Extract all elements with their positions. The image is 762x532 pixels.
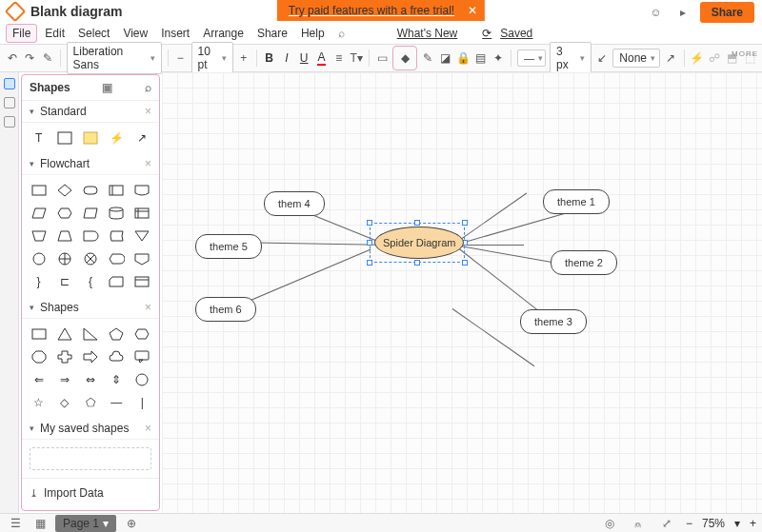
- fill-color-button[interactable]: ◆: [392, 46, 417, 70]
- fc-intern[interactable]: [131, 204, 153, 223]
- sh-circ[interactable]: [131, 370, 153, 389]
- section-flowchart[interactable]: Flowchart×: [22, 153, 159, 175]
- sh-line2[interactable]: |: [131, 393, 153, 412]
- fc-data[interactable]: [28, 204, 50, 223]
- arrow-left-icon[interactable]: ↙: [595, 48, 609, 69]
- node-theme2[interactable]: theme 2: [551, 250, 617, 275]
- menu-edit[interactable]: Edit: [39, 25, 70, 42]
- sh-arrlr[interactable]: ⇔: [79, 370, 101, 389]
- fc-or[interactable]: [53, 249, 75, 268]
- rail-3-icon[interactable]: [4, 116, 15, 128]
- image-icon[interactable]: ▣: [102, 81, 112, 94]
- stroke-width-select[interactable]: 3 px: [550, 42, 592, 74]
- menu-help[interactable]: Help: [295, 25, 331, 42]
- sh-star[interactable]: ☆: [28, 393, 50, 412]
- sh-arrr2[interactable]: ⇒: [53, 370, 75, 389]
- node-theme1[interactable]: theme 1: [543, 189, 610, 214]
- close-icon[interactable]: ×: [145, 301, 151, 314]
- menu-select[interactable]: Select: [72, 25, 115, 42]
- fc-stored[interactable]: [106, 227, 128, 246]
- zoom-dropdown-icon[interactable]: ▾: [734, 517, 740, 530]
- italic-icon[interactable]: I: [280, 48, 293, 69]
- canvas[interactable]: them 4 theme 1 theme 5 theme 2 them 6 th…: [162, 72, 762, 513]
- fc-predef[interactable]: [106, 181, 128, 200]
- close-icon[interactable]: ×: [145, 157, 151, 170]
- text-shape[interactable]: T: [28, 128, 50, 148]
- present-icon[interactable]: ▸: [673, 3, 692, 22]
- sh-dia[interactable]: ◇: [53, 393, 75, 412]
- node-theme3[interactable]: theme 3: [520, 309, 587, 334]
- layer-icon[interactable]: ▤: [474, 48, 488, 69]
- border-color-icon[interactable]: ✎: [421, 48, 434, 69]
- menu-file[interactable]: File: [6, 24, 37, 43]
- sh-hex[interactable]: [131, 325, 153, 344]
- share-button[interactable]: Share: [700, 2, 754, 23]
- person-icon[interactable]: ⍝: [629, 514, 648, 533]
- shape-style-icon[interactable]: ▭: [375, 48, 389, 69]
- import-data-button[interactable]: ⤓ Import Data: [22, 478, 159, 507]
- more-label[interactable]: MORE: [732, 49, 758, 58]
- line-end-select[interactable]: None: [612, 49, 660, 68]
- close-icon[interactable]: ×: [145, 422, 151, 435]
- sh-rect[interactable]: [28, 325, 50, 344]
- fc-terminator[interactable]: [79, 181, 101, 200]
- sh-cloud[interactable]: [106, 347, 128, 366]
- sh-oct[interactable]: [28, 347, 50, 366]
- fc-diamond[interactable]: [53, 181, 75, 200]
- zoom-out-icon[interactable]: −: [686, 517, 692, 530]
- sh-rtri[interactable]: [79, 325, 101, 344]
- rail-shapes-icon[interactable]: [4, 78, 15, 89]
- fc-manual[interactable]: [28, 227, 50, 246]
- lock-icon[interactable]: 🔒: [456, 48, 471, 69]
- note-shape[interactable]: [79, 128, 101, 148]
- node-theme4[interactable]: them 4: [264, 191, 325, 216]
- line-style-select[interactable]: —: [517, 49, 546, 67]
- fc-brace1[interactable]: }: [28, 272, 50, 291]
- node-center[interactable]: Spider Diagram: [374, 227, 464, 259]
- node-theme5[interactable]: theme 5: [195, 234, 262, 259]
- feedback-icon[interactable]: ☺: [647, 3, 666, 22]
- magic-icon[interactable]: ✦: [491, 48, 505, 69]
- panel-search-icon[interactable]: ⌕: [145, 81, 151, 94]
- list-view-icon[interactable]: ☰: [6, 514, 25, 533]
- fontsize-dec[interactable]: −: [173, 48, 187, 69]
- promo-close-icon[interactable]: ✕: [468, 4, 477, 17]
- menu-insert[interactable]: Insert: [155, 25, 195, 42]
- block-shape[interactable]: [53, 128, 75, 148]
- fc-db[interactable]: [131, 272, 153, 291]
- align-icon[interactable]: ≡: [332, 48, 346, 69]
- fc-doc[interactable]: [131, 181, 153, 200]
- text-options-icon[interactable]: T▾: [350, 48, 363, 69]
- underline-icon[interactable]: U: [297, 48, 311, 69]
- fontsize-select[interactable]: 10 pt: [191, 42, 233, 74]
- hotspot-shape[interactable]: ⚡: [106, 128, 128, 148]
- whats-new-link[interactable]: What's New: [391, 25, 464, 42]
- undo-icon[interactable]: ↶: [6, 48, 19, 69]
- section-saved[interactable]: My saved shapes×: [22, 418, 159, 440]
- fc-connect[interactable]: [28, 249, 50, 268]
- fc-trap[interactable]: [53, 227, 75, 246]
- fc-rect[interactable]: [28, 181, 50, 200]
- sh-pent[interactable]: [106, 325, 128, 344]
- doc-title[interactable]: Blank diagram: [30, 4, 122, 19]
- fc-para[interactable]: [79, 204, 101, 223]
- rail-2-icon[interactable]: [4, 97, 15, 108]
- paint-format-icon[interactable]: ✎: [41, 48, 54, 69]
- search-icon[interactable]: ⌕: [332, 24, 351, 43]
- menu-arrange[interactable]: Arrange: [197, 25, 250, 42]
- fc-delay[interactable]: [79, 227, 101, 246]
- fc-note[interactable]: ⊏: [53, 272, 75, 291]
- fc-cyl[interactable]: [106, 204, 128, 223]
- grid-view-icon[interactable]: ▦: [30, 514, 50, 533]
- saved-status[interactable]: ⟳ Saved: [476, 23, 544, 44]
- fc-display[interactable]: [106, 249, 128, 268]
- page-tab[interactable]: Page 1 ▾: [55, 515, 116, 532]
- node-theme6[interactable]: them 6: [195, 297, 256, 322]
- section-standard[interactable]: Standard×: [22, 101, 159, 123]
- edge[interactable]: [454, 210, 573, 246]
- bold-icon[interactable]: B: [262, 48, 275, 69]
- close-icon[interactable]: ×: [145, 105, 151, 118]
- fc-offpage[interactable]: [131, 249, 153, 268]
- section-shapes[interactable]: Shapes×: [22, 297, 159, 319]
- menu-view[interactable]: View: [117, 25, 153, 42]
